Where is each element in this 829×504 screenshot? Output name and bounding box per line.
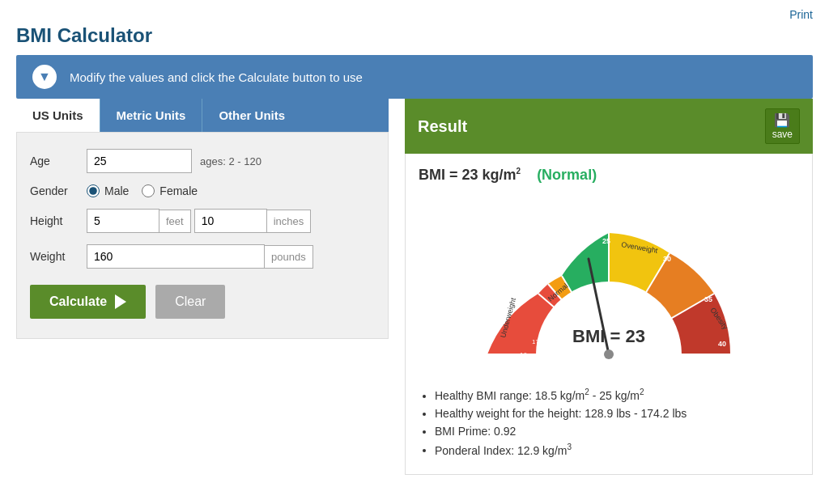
- info-bar-icon: ▼: [32, 65, 57, 89]
- gauge-svg: Underweight Normal Overweight Obesity 16…: [471, 197, 746, 375]
- gauge-container: Underweight Normal Overweight Obesity 16…: [471, 197, 746, 375]
- clear-button[interactable]: Clear: [155, 285, 225, 319]
- age-hint: ages: 2 - 120: [200, 155, 261, 167]
- weight-row: Weight pounds: [30, 244, 375, 269]
- info-bar-text: Modify the values and click the Calculat…: [70, 70, 363, 84]
- play-icon: [115, 294, 126, 309]
- gauge-bmi-text: BMI = 23: [572, 326, 645, 346]
- height-inches-input[interactable]: [194, 209, 267, 233]
- info-bar: ▼ Modify the values and click the Calcul…: [16, 55, 813, 99]
- tab-bar: US Units Metric Units Other Units: [16, 99, 389, 132]
- page-title: BMI Calculator: [16, 24, 813, 47]
- bmi-value-line: BMI = 23 kg/m2 (Normal): [419, 167, 799, 184]
- chevron-down-icon: ▼: [38, 70, 51, 84]
- tab-other-units[interactable]: Other Units: [202, 99, 301, 132]
- calculate-button[interactable]: Calculate: [30, 285, 146, 319]
- age-row: Age ages: 2 - 120: [30, 149, 375, 173]
- gender-female-radio[interactable]: [142, 184, 155, 197]
- gender-male-text: Male: [104, 184, 129, 197]
- save-button[interactable]: 💾 save: [765, 108, 800, 144]
- height-row: Height feet inches: [30, 209, 375, 233]
- left-panel: US Units Metric Units Other Units Age ag…: [16, 99, 389, 475]
- label-30: 30: [663, 255, 671, 263]
- tab-us-units[interactable]: US Units: [16, 99, 100, 132]
- label-17: 17: [532, 338, 539, 345]
- right-panel: Result 💾 save BMI = 23 kg/m2 (Normal): [405, 99, 813, 475]
- height-label: Height: [30, 214, 87, 227]
- age-label: Age: [30, 155, 87, 167]
- bmi-value: BMI = 23 kg/m2: [419, 167, 521, 183]
- feet-unit-label: feet: [159, 210, 191, 233]
- gender-row: Gender Male Female: [30, 184, 375, 197]
- list-item: Ponderal Index: 12.9 kg/m3: [435, 443, 799, 457]
- weight-label: Weight: [30, 250, 87, 263]
- result-list: Healthy BMI range: 18.5 kg/m2 - 25 kg/m2…: [419, 388, 799, 456]
- result-title: Result: [418, 117, 467, 136]
- form-area: Age ages: 2 - 120 Gender Male Female: [16, 132, 389, 339]
- weight-input-wrap: pounds: [87, 244, 313, 269]
- button-row: Calculate Clear: [30, 285, 375, 319]
- label-25: 25: [602, 237, 610, 245]
- tab-metric-units[interactable]: Metric Units: [100, 99, 203, 132]
- list-item: BMI Prime: 0.92: [435, 425, 799, 438]
- age-input[interactable]: [87, 149, 192, 173]
- gauge-pivot: [604, 349, 614, 359]
- height-feet-input[interactable]: [87, 209, 159, 233]
- list-item: Healthy weight for the height: 128.9 lbs…: [435, 407, 799, 420]
- calculate-label: Calculate: [49, 294, 107, 309]
- gender-male-label[interactable]: Male: [87, 184, 129, 197]
- result-header: Result 💾 save: [405, 99, 813, 154]
- gender-female-label[interactable]: Female: [142, 184, 198, 197]
- result-body: BMI = 23 kg/m2 (Normal): [405, 154, 813, 475]
- bmi-status: (Normal): [537, 167, 597, 183]
- weight-input[interactable]: [87, 244, 265, 269]
- weight-unit-label: pounds: [265, 245, 313, 269]
- save-icon: 💾: [774, 112, 790, 128]
- label-40: 40: [718, 340, 726, 348]
- label-185: 18.5: [542, 328, 555, 336]
- gender-female-text: Female: [159, 184, 198, 197]
- label-16: 16: [520, 351, 527, 358]
- gender-label: Gender: [30, 184, 87, 197]
- print-link[interactable]: Print: [789, 8, 813, 21]
- label-35: 35: [704, 295, 712, 303]
- inches-unit-label: inches: [267, 210, 312, 233]
- save-label: save: [772, 129, 793, 140]
- list-item: Healthy BMI range: 18.5 kg/m2 - 25 kg/m2: [435, 388, 799, 402]
- gender-male-radio[interactable]: [87, 184, 100, 197]
- height-group: feet inches: [87, 209, 311, 233]
- gender-radio-group: Male Female: [87, 184, 198, 197]
